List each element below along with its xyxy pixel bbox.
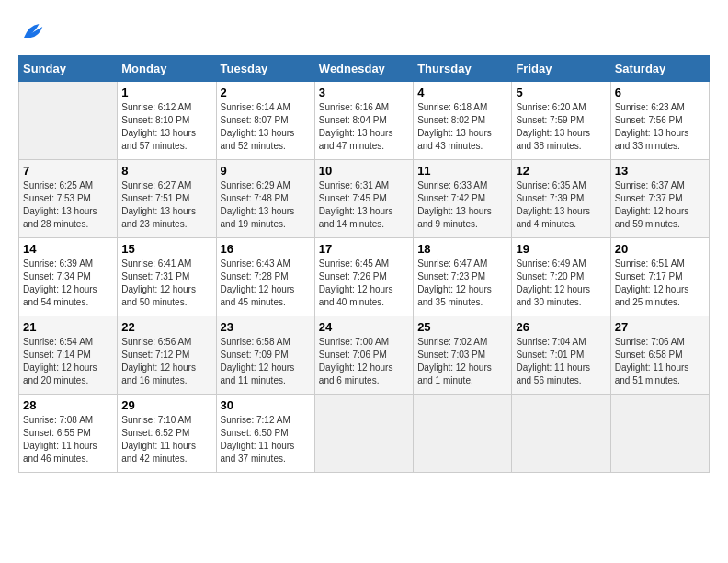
calendar-cell: 29Sunrise: 7:10 AMSunset: 6:52 PMDayligh… [118, 395, 216, 473]
day-number: 3 [319, 86, 409, 99]
day-info: Sunrise: 6:47 AMSunset: 7:23 PMDaylight:… [417, 258, 507, 309]
day-info: Sunrise: 6:12 AMSunset: 8:10 PMDaylight:… [121, 101, 211, 153]
logo-icon [18, 18, 46, 46]
calendar-cell: 7Sunrise: 6:25 AMSunset: 7:53 PMDaylight… [19, 160, 118, 238]
day-number: 30 [221, 398, 311, 412]
day-number: 14 [23, 242, 113, 256]
day-info: Sunrise: 6:39 AMSunset: 7:34 PMDaylight:… [23, 258, 113, 309]
calendar-week-1: 1Sunrise: 6:12 AMSunset: 8:10 PMDaylight… [19, 82, 710, 160]
column-header-monday: Monday [118, 56, 216, 82]
day-info: Sunrise: 6:23 AMSunset: 7:56 PMDaylight:… [615, 101, 705, 153]
day-number: 19 [516, 242, 606, 256]
day-number: 7 [23, 164, 113, 178]
calendar-cell [414, 395, 512, 473]
day-number: 21 [23, 320, 113, 334]
calendar-cell: 28Sunrise: 7:08 AMSunset: 6:55 PMDayligh… [19, 395, 118, 473]
day-number: 4 [417, 86, 507, 99]
column-header-thursday: Thursday [414, 56, 512, 82]
day-info: Sunrise: 6:18 AMSunset: 8:02 PMDaylight:… [417, 101, 507, 153]
calendar-cell: 26Sunrise: 7:04 AMSunset: 7:01 PMDayligh… [512, 316, 610, 395]
day-info: Sunrise: 6:25 AMSunset: 7:53 PMDaylight:… [23, 179, 113, 231]
calendar-header-row: SundayMondayTuesdayWednesdayThursdayFrid… [19, 56, 710, 82]
day-info: Sunrise: 6:31 AMSunset: 7:45 PMDaylight:… [319, 179, 409, 231]
day-number: 9 [221, 164, 311, 178]
calendar-cell: 2Sunrise: 6:14 AMSunset: 8:07 PMDaylight… [216, 82, 314, 160]
calendar-cell: 18Sunrise: 6:47 AMSunset: 7:23 PMDayligh… [414, 238, 512, 316]
day-info: Sunrise: 6:49 AMSunset: 7:20 PMDaylight:… [516, 258, 606, 309]
day-number: 17 [319, 242, 409, 256]
calendar-cell: 1Sunrise: 6:12 AMSunset: 8:10 PMDaylight… [118, 82, 216, 160]
calendar-cell: 12Sunrise: 6:35 AMSunset: 7:39 PMDayligh… [512, 160, 610, 238]
calendar-cell [19, 82, 118, 160]
day-info: Sunrise: 6:37 AMSunset: 7:37 PMDaylight:… [615, 179, 705, 231]
day-info: Sunrise: 7:10 AMSunset: 6:52 PMDaylight:… [121, 414, 211, 465]
day-number: 24 [319, 320, 409, 334]
day-info: Sunrise: 6:43 AMSunset: 7:28 PMDaylight:… [221, 258, 311, 309]
column-header-saturday: Saturday [610, 56, 709, 82]
day-number: 10 [319, 164, 409, 178]
calendar-cell: 25Sunrise: 7:02 AMSunset: 7:03 PMDayligh… [414, 316, 512, 395]
day-number: 28 [23, 398, 113, 412]
day-number: 23 [221, 320, 311, 334]
day-info: Sunrise: 6:27 AMSunset: 7:51 PMDaylight:… [121, 179, 211, 231]
calendar-cell: 17Sunrise: 6:45 AMSunset: 7:26 PMDayligh… [314, 238, 413, 316]
calendar-cell: 4Sunrise: 6:18 AMSunset: 8:02 PMDaylight… [414, 82, 512, 160]
calendar-cell: 21Sunrise: 6:54 AMSunset: 7:14 PMDayligh… [19, 316, 118, 395]
calendar-cell [512, 395, 610, 473]
column-header-sunday: Sunday [19, 56, 118, 82]
day-number: 26 [516, 320, 606, 334]
calendar-cell: 22Sunrise: 6:56 AMSunset: 7:12 PMDayligh… [118, 316, 216, 395]
calendar-cell: 6Sunrise: 6:23 AMSunset: 7:56 PMDaylight… [610, 82, 709, 160]
calendar-week-3: 14Sunrise: 6:39 AMSunset: 7:34 PMDayligh… [19, 238, 710, 316]
calendar-cell: 13Sunrise: 6:37 AMSunset: 7:37 PMDayligh… [610, 160, 709, 238]
day-number: 20 [615, 242, 705, 256]
day-number: 8 [121, 164, 211, 178]
day-number: 15 [121, 242, 211, 256]
day-number: 22 [121, 320, 211, 334]
column-header-friday: Friday [512, 56, 610, 82]
day-info: Sunrise: 7:02 AMSunset: 7:03 PMDaylight:… [417, 336, 507, 387]
day-info: Sunrise: 6:33 AMSunset: 7:42 PMDaylight:… [417, 179, 507, 231]
day-number: 1 [121, 86, 211, 99]
day-info: Sunrise: 7:00 AMSunset: 7:06 PMDaylight:… [319, 336, 409, 387]
day-info: Sunrise: 6:54 AMSunset: 7:14 PMDaylight:… [23, 336, 113, 387]
calendar-cell: 23Sunrise: 6:58 AMSunset: 7:09 PMDayligh… [216, 316, 314, 395]
day-number: 6 [615, 86, 705, 99]
day-info: Sunrise: 6:14 AMSunset: 8:07 PMDaylight:… [221, 101, 311, 153]
calendar-week-4: 21Sunrise: 6:54 AMSunset: 7:14 PMDayligh… [19, 316, 710, 395]
day-number: 16 [221, 242, 311, 256]
calendar-cell: 11Sunrise: 6:33 AMSunset: 7:42 PMDayligh… [414, 160, 512, 238]
day-number: 27 [615, 320, 705, 334]
day-info: Sunrise: 6:20 AMSunset: 7:59 PMDaylight:… [516, 101, 606, 153]
calendar-table: SundayMondayTuesdayWednesdayThursdayFrid… [18, 55, 710, 473]
day-info: Sunrise: 6:16 AMSunset: 8:04 PMDaylight:… [319, 101, 409, 153]
day-info: Sunrise: 6:56 AMSunset: 7:12 PMDaylight:… [121, 336, 211, 387]
day-info: Sunrise: 6:51 AMSunset: 7:17 PMDaylight:… [615, 258, 705, 309]
day-number: 12 [516, 164, 606, 178]
day-info: Sunrise: 7:12 AMSunset: 6:50 PMDaylight:… [221, 414, 311, 465]
logo [18, 18, 50, 46]
column-header-tuesday: Tuesday [216, 56, 314, 82]
day-number: 13 [615, 164, 705, 178]
calendar-cell: 27Sunrise: 7:06 AMSunset: 6:58 PMDayligh… [610, 316, 709, 395]
day-info: Sunrise: 6:58 AMSunset: 7:09 PMDaylight:… [221, 336, 311, 387]
calendar-cell: 5Sunrise: 6:20 AMSunset: 7:59 PMDaylight… [512, 82, 610, 160]
calendar-cell: 19Sunrise: 6:49 AMSunset: 7:20 PMDayligh… [512, 238, 610, 316]
day-info: Sunrise: 7:08 AMSunset: 6:55 PMDaylight:… [23, 414, 113, 465]
day-info: Sunrise: 7:06 AMSunset: 6:58 PMDaylight:… [615, 336, 705, 387]
calendar-cell: 14Sunrise: 6:39 AMSunset: 7:34 PMDayligh… [19, 238, 118, 316]
day-info: Sunrise: 6:45 AMSunset: 7:26 PMDaylight:… [319, 258, 409, 309]
calendar-cell: 3Sunrise: 6:16 AMSunset: 8:04 PMDaylight… [314, 82, 413, 160]
day-number: 11 [417, 164, 507, 178]
day-number: 25 [417, 320, 507, 334]
day-number: 18 [417, 242, 507, 256]
day-info: Sunrise: 7:04 AMSunset: 7:01 PMDaylight:… [516, 336, 606, 387]
calendar-week-2: 7Sunrise: 6:25 AMSunset: 7:53 PMDaylight… [19, 160, 710, 238]
day-info: Sunrise: 6:41 AMSunset: 7:31 PMDaylight:… [121, 258, 211, 309]
page-header [18, 18, 710, 46]
day-number: 5 [516, 86, 606, 99]
day-info: Sunrise: 6:35 AMSunset: 7:39 PMDaylight:… [516, 179, 606, 231]
calendar-cell [610, 395, 709, 473]
calendar-week-5: 28Sunrise: 7:08 AMSunset: 6:55 PMDayligh… [19, 395, 710, 473]
calendar-cell: 16Sunrise: 6:43 AMSunset: 7:28 PMDayligh… [216, 238, 314, 316]
